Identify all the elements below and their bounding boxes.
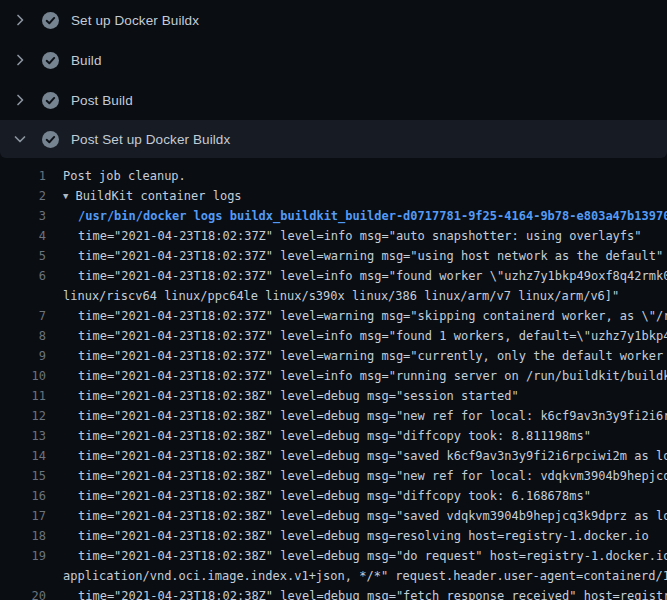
log-text: time="2021-04-23T18:02:38Z" level=debug …: [46, 426, 591, 446]
line-number[interactable]: 9: [0, 346, 46, 366]
log-text: time="2021-04-23T18:02:38Z" level=debug …: [46, 466, 667, 486]
line-number[interactable]: 1: [0, 166, 46, 186]
log-text: time="2021-04-23T18:02:38Z" level=debug …: [46, 506, 667, 526]
log-line: 17 time="2021-04-23T18:02:38Z" level=deb…: [0, 506, 667, 526]
log-line: 7 time="2021-04-23T18:02:37Z" level=warn…: [0, 306, 667, 326]
log-text: time="2021-04-23T18:02:38Z" level=debug …: [46, 446, 667, 466]
log-line: 15 time="2021-04-23T18:02:38Z" level=deb…: [0, 466, 667, 486]
line-number[interactable]: 19: [0, 546, 46, 566]
step-row-post-set-up-docker-buildx[interactable]: Post Set up Docker Buildx: [0, 120, 667, 158]
line-number[interactable]: 3: [0, 206, 46, 226]
line-number[interactable]: 14: [0, 446, 46, 466]
log-line: 1 Post job cleanup.: [0, 166, 667, 186]
log-text: time="2021-04-23T18:02:38Z" level=debug …: [46, 526, 649, 546]
log-line: linux/riscv64 linux/ppc64le linux/s390x …: [0, 286, 667, 306]
line-number[interactable]: 5: [0, 246, 46, 266]
line-number[interactable]: 12: [0, 406, 46, 426]
line-number[interactable]: 6: [0, 266, 46, 286]
log-line: 16 time="2021-04-23T18:02:38Z" level=deb…: [0, 486, 667, 506]
check-circle-icon: [42, 131, 59, 148]
log-text: time="2021-04-23T18:02:38Z" level=debug …: [46, 546, 667, 566]
log-text: time="2021-04-23T18:02:37Z" level=info m…: [46, 326, 667, 346]
log-line: 14 time="2021-04-23T18:02:38Z" level=deb…: [0, 446, 667, 466]
step-row-post-build[interactable]: Post Build: [0, 80, 667, 120]
step-label: Post Set up Docker Buildx: [71, 132, 230, 147]
log-text: time="2021-04-23T18:02:37Z" level=info m…: [46, 226, 642, 246]
log-line: 13 time="2021-04-23T18:02:38Z" level=deb…: [0, 426, 667, 446]
log-line: application/vnd.oci.image.index.v1+json,…: [0, 566, 667, 586]
line-number[interactable]: 8: [0, 326, 46, 346]
log-line: 18 time="2021-04-23T18:02:38Z" level=deb…: [0, 526, 667, 546]
log-line: 10 time="2021-04-23T18:02:37Z" level=inf…: [0, 366, 667, 386]
log-text: Post job cleanup.: [46, 166, 186, 186]
log-line: 3 /usr/bin/docker logs buildx_buildkit_b…: [0, 206, 667, 226]
chevron-down-icon: [12, 131, 28, 147]
log-text: application/vnd.oci.image.index.v1+json,…: [46, 566, 667, 586]
line-number[interactable]: 10: [0, 366, 46, 386]
chevron-right-icon: [12, 52, 28, 68]
log-line: 9 time="2021-04-23T18:02:37Z" level=warn…: [0, 346, 667, 366]
log-text: time="2021-04-23T18:02:38Z" level=debug …: [46, 386, 519, 406]
line-number[interactable]: 2: [0, 186, 46, 206]
log-line: 2 ▼BuildKit container logs: [0, 186, 667, 206]
log-line: 19 time="2021-04-23T18:02:38Z" level=deb…: [0, 546, 667, 566]
log-line: 12 time="2021-04-23T18:02:38Z" level=deb…: [0, 406, 667, 426]
log-line: 20 time="2021-04-23T18:02:38Z" level=deb…: [0, 586, 667, 600]
check-circle-icon: [42, 92, 59, 109]
line-number[interactable]: 4: [0, 226, 46, 246]
log-text: ▼BuildKit container logs: [46, 186, 242, 206]
line-number[interactable]: 15: [0, 466, 46, 486]
job-steps-list: Set up Docker Buildx Build Post Build Po…: [0, 0, 667, 600]
log-text: time="2021-04-23T18:02:38Z" level=debug …: [46, 486, 591, 506]
log-line: 8 time="2021-04-23T18:02:37Z" level=info…: [0, 326, 667, 346]
line-number[interactable]: 18: [0, 526, 46, 546]
check-circle-icon: [42, 12, 59, 29]
check-circle-icon: [42, 52, 59, 69]
log-viewer: 1 Post job cleanup. 2 ▼BuildKit containe…: [0, 158, 667, 600]
line-number[interactable]: 16: [0, 486, 46, 506]
log-text: time="2021-04-23T18:02:37Z" level=info m…: [46, 366, 667, 386]
log-text: time="2021-04-23T18:02:37Z" level=info m…: [46, 266, 667, 286]
log-line: 11 time="2021-04-23T18:02:38Z" level=deb…: [0, 386, 667, 406]
log-line: 6 time="2021-04-23T18:02:37Z" level=info…: [0, 266, 667, 286]
line-number[interactable]: 7: [0, 306, 46, 326]
step-label: Build: [71, 53, 102, 68]
log-text: time="2021-04-23T18:02:38Z" level=debug …: [46, 406, 667, 426]
chevron-right-icon: [12, 92, 28, 108]
log-text: time="2021-04-23T18:02:37Z" level=warnin…: [46, 246, 663, 266]
line-number[interactable]: 11: [0, 386, 46, 406]
log-line: 4 time="2021-04-23T18:02:37Z" level=info…: [0, 226, 667, 246]
log-line: 5 time="2021-04-23T18:02:37Z" level=warn…: [0, 246, 667, 266]
line-number: [0, 286, 46, 306]
collapse-caret-icon[interactable]: ▼: [63, 186, 68, 206]
step-label: Post Build: [71, 93, 133, 108]
chevron-right-icon: [12, 12, 28, 28]
log-text: linux/riscv64 linux/ppc64le linux/s390x …: [46, 286, 619, 306]
log-text: time="2021-04-23T18:02:37Z" level=warnin…: [46, 346, 667, 366]
step-row-set-up-docker-buildx[interactable]: Set up Docker Buildx: [0, 0, 667, 40]
line-number[interactable]: 20: [0, 586, 46, 600]
command-text: /usr/bin/docker logs buildx_buildkit_bui…: [46, 206, 667, 226]
line-number[interactable]: 13: [0, 426, 46, 446]
line-number[interactable]: 17: [0, 506, 46, 526]
log-text: time="2021-04-23T18:02:37Z" level=warnin…: [46, 306, 667, 326]
log-text: time="2021-04-23T18:02:38Z" level=debug …: [46, 586, 667, 600]
line-number: [0, 566, 46, 586]
step-label: Set up Docker Buildx: [71, 13, 199, 28]
step-row-build[interactable]: Build: [0, 40, 667, 80]
